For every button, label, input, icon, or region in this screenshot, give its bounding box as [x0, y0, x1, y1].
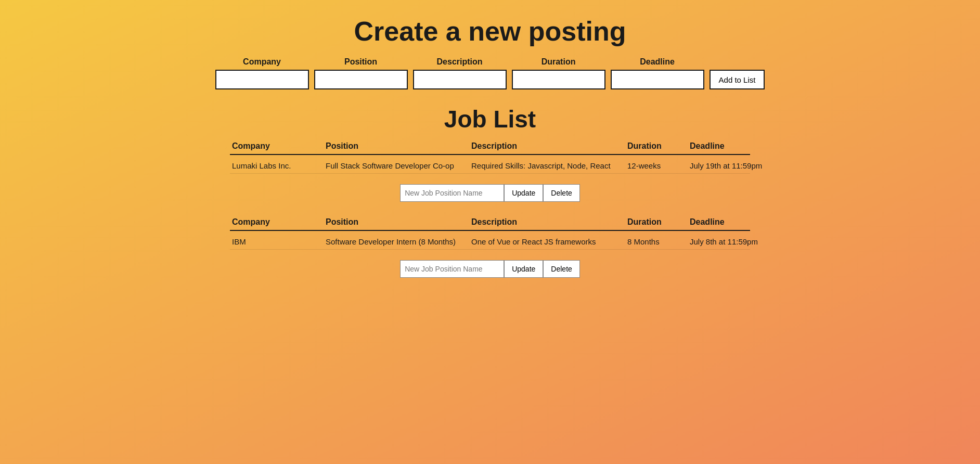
- position-field-group: Position: [314, 57, 408, 89]
- company-input[interactable]: [215, 70, 309, 89]
- cell-company: Lumaki Labs Inc.: [230, 161, 324, 170]
- position-label: Position: [344, 57, 377, 67]
- job-table-header-1: CompanyPositionDescriptionDurationDeadli…: [230, 217, 750, 231]
- cell-description: Required Skills: Javascript, Node, React: [469, 161, 625, 170]
- deadline-field-group: Deadline: [611, 57, 704, 89]
- cell-deadline: July 8th at 11:59pm: [688, 237, 771, 246]
- create-posting-form: Company Position Description Duration De…: [215, 57, 765, 89]
- position-update-input-1[interactable]: [400, 260, 504, 278]
- job-table-1: CompanyPositionDescriptionDurationDeadli…: [230, 217, 750, 250]
- job-actions-0: UpdateDelete: [230, 184, 750, 202]
- col-header-company: Company: [230, 141, 324, 151]
- update-button-1[interactable]: Update: [504, 260, 543, 278]
- col-header-deadline: Deadline: [688, 141, 771, 151]
- delete-button-0[interactable]: Delete: [543, 184, 579, 202]
- description-field-group: Description: [413, 57, 507, 89]
- col-header-position: Position: [324, 217, 469, 227]
- table-row: IBMSoftware Developer Intern (8 Months)O…: [230, 234, 750, 250]
- add-to-list-button[interactable]: Add to List: [710, 70, 765, 89]
- duration-label: Duration: [541, 57, 576, 67]
- duration-input[interactable]: [512, 70, 605, 89]
- position-update-input-0[interactable]: [400, 184, 504, 202]
- deadline-label: Deadline: [640, 57, 675, 67]
- table-row: Lumaki Labs Inc.Full Stack Software Deve…: [230, 158, 750, 174]
- company-label: Company: [243, 57, 281, 67]
- cell-position: Software Developer Intern (8 Months): [324, 237, 469, 246]
- col-header-description: Description: [469, 217, 625, 227]
- job-list-title: Job List: [444, 105, 536, 133]
- col-header-company: Company: [230, 217, 324, 227]
- cell-duration: 12-weeks: [625, 161, 688, 170]
- cell-description: One of Vue or React JS frameworks: [469, 237, 625, 246]
- col-header-description: Description: [469, 141, 625, 151]
- col-header-deadline: Deadline: [688, 217, 771, 227]
- cell-duration: 8 Months: [625, 237, 688, 246]
- job-actions-1: UpdateDelete: [230, 260, 750, 278]
- job-list-container: CompanyPositionDescriptionDurationDeadli…: [230, 141, 750, 293]
- job-table-0: CompanyPositionDescriptionDurationDeadli…: [230, 141, 750, 174]
- duration-field-group: Duration: [512, 57, 605, 89]
- cell-position: Full Stack Software Developer Co-op: [324, 161, 469, 170]
- col-header-duration: Duration: [625, 141, 688, 151]
- cell-company: IBM: [230, 237, 324, 246]
- description-input[interactable]: [413, 70, 507, 89]
- description-label: Description: [437, 57, 483, 67]
- col-header-position: Position: [324, 141, 469, 151]
- cell-deadline: July 19th at 11:59pm: [688, 161, 771, 170]
- update-button-0[interactable]: Update: [504, 184, 543, 202]
- page-title: Create a new posting: [354, 16, 626, 47]
- company-field-group: Company: [215, 57, 309, 89]
- col-header-duration: Duration: [625, 217, 688, 227]
- deadline-input[interactable]: [611, 70, 704, 89]
- job-table-header-0: CompanyPositionDescriptionDurationDeadli…: [230, 141, 750, 155]
- position-input[interactable]: [314, 70, 408, 89]
- delete-button-1[interactable]: Delete: [543, 260, 579, 278]
